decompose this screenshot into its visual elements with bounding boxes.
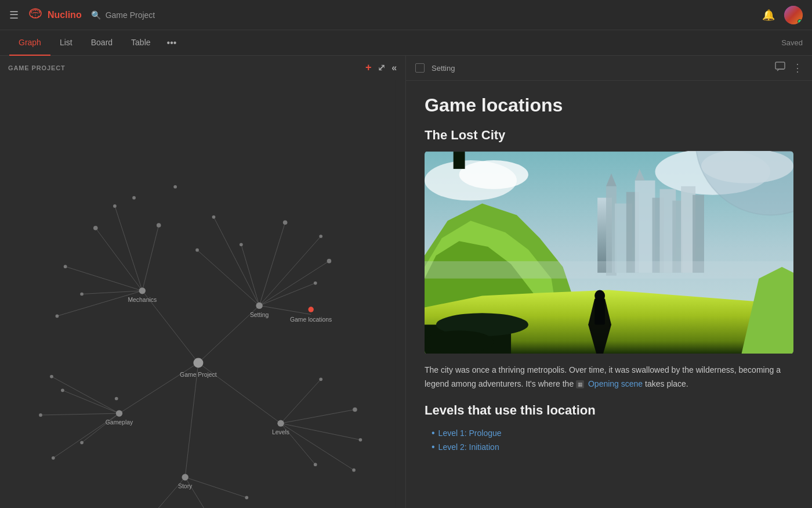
svg-rect-79 — [775, 62, 785, 69]
right-panel: Setting ⋮ Game locations The Lost City — [406, 56, 812, 508]
add-node-button[interactable]: + — [365, 62, 372, 74]
svg-rect-110 — [454, 152, 465, 169]
svg-point-34 — [93, 226, 98, 230]
opening-scene-link[interactable]: Opening scene — [588, 379, 643, 388]
list-item-level1[interactable]: Level 1: Prologue — [432, 426, 793, 440]
levels-list: Level 1: Prologue Level 2: Initiation — [425, 426, 793, 454]
doc-paragraph: The city was once a thriving metropolis.… — [425, 363, 793, 391]
doc-content: Game locations The Lost City — [406, 81, 812, 508]
svg-point-49 — [193, 358, 203, 368]
svg-point-43 — [283, 221, 288, 225]
list-item-level2[interactable]: Level 2: Initiation — [432, 440, 793, 454]
svg-rect-1 — [10, 80, 395, 508]
expand-graph-button[interactable]: ⤢ — [378, 62, 386, 73]
svg-point-68 — [115, 397, 118, 401]
svg-point-63 — [50, 375, 53, 379]
graph-canvas[interactable]: Game Project Mechanics Setting Game loca… — [0, 80, 405, 508]
svg-point-48 — [195, 248, 199, 252]
search-bar[interactable]: 🔍 Game Project — [91, 10, 155, 20]
nav-more-button[interactable]: ••• — [162, 38, 182, 48]
svg-point-57 — [116, 410, 122, 416]
comment-icon[interactable] — [775, 62, 785, 74]
svg-point-37 — [64, 265, 67, 268]
search-icon: 🔍 — [91, 10, 101, 20]
tab-table[interactable]: Table — [122, 30, 160, 56]
svg-rect-98 — [693, 195, 704, 273]
doc-breadcrumb: Setting — [432, 64, 455, 73]
svg-point-66 — [80, 441, 84, 444]
svg-rect-93 — [635, 181, 655, 273]
section2-title: Levels that use this location — [425, 403, 793, 418]
nav-tabs: Graph List Board Table ••• Saved — [0, 30, 812, 56]
svg-point-65 — [61, 388, 64, 392]
section1-title: The Lost City — [425, 128, 793, 143]
topbar-right: 🔔 — [762, 6, 803, 24]
svg-point-82 — [459, 160, 528, 189]
svg-text:Gameplay: Gameplay — [106, 419, 133, 426]
svg-point-36 — [157, 223, 161, 228]
svg-rect-101 — [425, 261, 793, 279]
saved-status: Saved — [781, 38, 803, 47]
svg-point-64 — [39, 413, 42, 417]
svg-point-61 — [182, 474, 188, 480]
svg-point-71 — [359, 438, 362, 442]
svg-point-109 — [425, 330, 494, 354]
svg-point-45 — [327, 259, 332, 264]
doc-toolbar: Setting ⋮ — [406, 56, 812, 81]
logo-text: Nuclino — [48, 10, 82, 20]
svg-point-40 — [132, 196, 136, 200]
topbar: ☰ Nuclino 🔍 Game Project 🔔 — [0, 0, 812, 30]
collapse-graph-button[interactable]: « — [392, 63, 397, 73]
notification-bell-icon[interactable]: 🔔 — [762, 9, 775, 21]
svg-point-51 — [139, 287, 146, 294]
logo[interactable]: Nuclino — [28, 7, 82, 23]
svg-point-46 — [314, 282, 317, 285]
svg-point-44 — [319, 235, 322, 238]
search-text: Game Project — [106, 10, 155, 20]
svg-point-42 — [240, 243, 243, 246]
avatar-online-dot — [798, 19, 802, 24]
doc-checkbox[interactable] — [415, 63, 425, 73]
svg-point-70 — [353, 408, 357, 412]
svg-point-39 — [56, 315, 59, 318]
svg-point-59 — [277, 420, 284, 426]
graph-header: GAME PROJECT + ⤢ « — [0, 56, 405, 80]
hamburger-menu[interactable]: ☰ — [9, 9, 19, 21]
svg-point-41 — [173, 185, 177, 189]
lost-city-image — [425, 151, 793, 354]
svg-text:Story: Story — [178, 483, 193, 489]
svg-text:Mechanics: Mechanics — [128, 297, 157, 303]
link-doc-icon: ▦ — [576, 380, 584, 388]
svg-point-69 — [319, 378, 322, 381]
graph-panel: GAME PROJECT + ⤢ « — [0, 56, 406, 508]
graph-panel-title: GAME PROJECT — [8, 64, 66, 71]
doc-actions: ⋮ — [775, 62, 803, 74]
graph-svg: Game Project Mechanics Setting Game loca… — [0, 80, 405, 508]
svg-point-73 — [314, 463, 317, 466]
svg-point-78 — [245, 496, 248, 499]
svg-point-72 — [352, 469, 356, 472]
tab-list[interactable]: List — [50, 30, 82, 56]
graph-actions: + ⤢ « — [365, 62, 397, 74]
svg-point-55 — [308, 307, 313, 312]
svg-point-38 — [80, 293, 84, 296]
svg-text:Game locations: Game locations — [290, 316, 332, 323]
tab-graph[interactable]: Graph — [9, 30, 50, 56]
logo-brain-icon — [28, 7, 43, 23]
svg-point-53 — [256, 302, 262, 309]
tab-board[interactable]: Board — [82, 30, 122, 56]
main-content: GAME PROJECT + ⤢ « — [0, 56, 812, 508]
svg-point-47 — [212, 215, 216, 219]
svg-point-67 — [52, 456, 55, 460]
svg-text:Levels: Levels — [272, 429, 289, 435]
doc-title: Game locations — [425, 95, 793, 116]
more-options-icon[interactable]: ⋮ — [792, 62, 803, 74]
svg-text:Setting: Setting — [250, 312, 269, 318]
avatar[interactable] — [784, 6, 803, 24]
svg-point-35 — [113, 204, 117, 208]
svg-text:Game Project: Game Project — [180, 372, 217, 378]
